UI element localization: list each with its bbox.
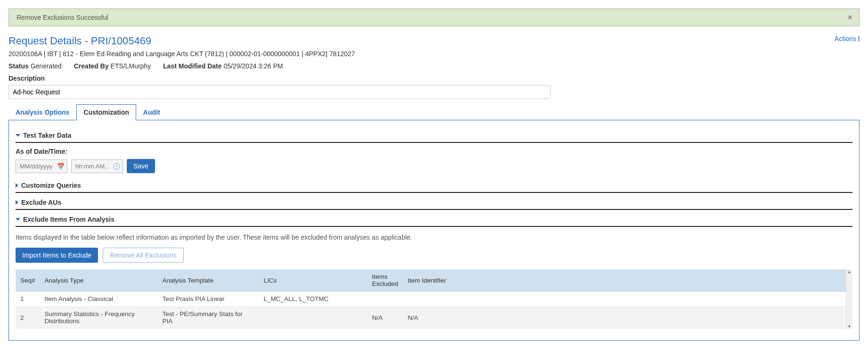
col-items-excluded[interactable]: Items Excluded [368, 269, 403, 292]
cell-seq: 1 [16, 292, 40, 307]
chevron-right-icon [16, 183, 18, 188]
col-analysis-template[interactable]: Analysis Template [158, 269, 259, 292]
cell-lics: L_MC_ALL, L_TOTMC [259, 292, 368, 307]
cell-analysis-type: Summary Statistics - Frequency Distribut… [40, 307, 158, 329]
modified-label: Last Modified Date [163, 62, 221, 70]
status-value: Generated [31, 62, 62, 70]
asof-date-input[interactable] [16, 159, 67, 173]
col-item-identifier[interactable]: Item Identifier [403, 269, 852, 292]
cell-lics [259, 307, 368, 329]
asof-label: As of Date/Time: [16, 148, 852, 155]
chevron-right-icon [16, 200, 18, 205]
kebab-icon [858, 36, 860, 42]
table-header-row: Seq# Analysis Type Analysis Template LIC… [16, 269, 852, 292]
table-row[interactable]: 2 Summary Statistics - Frequency Distrib… [16, 307, 852, 329]
tab-audit[interactable]: Audit [136, 104, 167, 120]
exclusions-table: Seq# Analysis Type Analysis Template LIC… [16, 269, 852, 329]
modified-value: 05/29/2024 3:26 PM [223, 62, 283, 70]
col-lics[interactable]: LICs [259, 269, 368, 292]
import-items-button[interactable]: Import Items to Exclude [16, 248, 98, 263]
cell-items-excluded: N/A [368, 307, 403, 329]
scroll-up-icon: ▲ [847, 269, 852, 274]
success-alert: Remove Exclusions Successful × [8, 8, 860, 26]
alert-message: Remove Exclusions Successful [16, 14, 108, 21]
section-exclude-items[interactable]: Exclude Items From Analysis [16, 213, 852, 227]
remove-all-exclusions-button[interactable]: Remove All Exclusions [103, 248, 184, 263]
col-seq[interactable]: Seq# [16, 269, 40, 292]
status-label: Status [8, 62, 29, 70]
cell-analysis-template: Test Praxis PIA Linear [158, 292, 259, 307]
exclude-items-hint: Items displayed in the table below refle… [16, 234, 852, 241]
created-by-label: Created By [74, 62, 109, 70]
save-button[interactable]: Save [127, 159, 155, 173]
scroll-down-icon: ▼ [847, 324, 852, 329]
cell-item-identifier: N/A [403, 307, 852, 329]
section-exclude-aus[interactable]: Exclude AUs [16, 196, 852, 210]
section-title: Exclude Items From Analysis [23, 216, 115, 223]
cell-item-identifier [403, 292, 852, 307]
actions-menu[interactable]: Actions [835, 35, 860, 42]
col-analysis-type[interactable]: Analysis Type [40, 269, 158, 292]
section-customize-queries[interactable]: Customize Queries [16, 179, 852, 193]
section-test-taker-data[interactable]: Test Taker Data [16, 129, 852, 143]
section-title: Test Taker Data [23, 132, 71, 139]
cell-seq: 2 [16, 307, 40, 329]
alert-close-icon[interactable]: × [847, 13, 852, 23]
created-by-value: ETS/LMurphy [111, 62, 151, 70]
description-label: Description [8, 75, 860, 82]
tab-bar: Analysis Options Customization Audit [8, 104, 860, 120]
vertical-scrollbar[interactable]: ▲ ▼ [846, 269, 852, 329]
asof-time-input[interactable] [71, 159, 123, 173]
table-row[interactable]: 1 Item Analysis - Classical Test Praxis … [16, 292, 852, 307]
exclusions-table-wrap: Seq# Analysis Type Analysis Template LIC… [16, 269, 852, 329]
tab-content-customization: Test Taker Data As of Date/Time: 📅 🕒 Sav… [8, 120, 860, 341]
tab-analysis-options[interactable]: Analysis Options [8, 104, 76, 120]
cell-analysis-template: Test - PE/Summary Stats for PIA [158, 307, 259, 329]
actions-label: Actions [835, 35, 856, 42]
breadcrumb-line: 20200106A | IBT | 812 - Elem Ed Reading … [8, 50, 860, 58]
cell-analysis-type: Item Analysis - Classical [40, 292, 158, 307]
cell-items-excluded [368, 292, 403, 307]
page-title: Request Details - PRI/1005469 [8, 35, 151, 47]
chevron-down-icon [16, 134, 20, 137]
section-title: Customize Queries [21, 182, 81, 189]
chevron-down-icon [16, 218, 20, 221]
tab-customization[interactable]: Customization [76, 104, 136, 120]
description-input[interactable] [8, 85, 550, 99]
meta-row: Status Generated Created By ETS/LMurphy … [8, 62, 860, 70]
section-title: Exclude AUs [21, 199, 61, 206]
